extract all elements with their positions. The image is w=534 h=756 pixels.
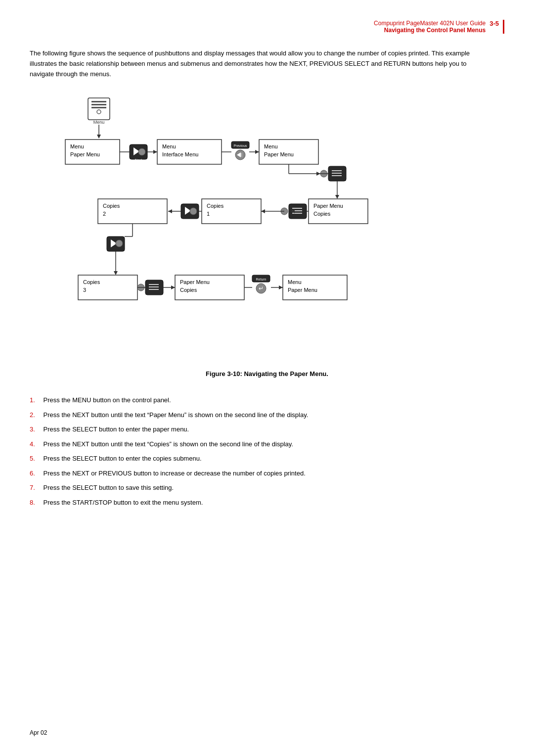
svg-text:Paper Menu: Paper Menu [288, 287, 317, 293]
figure-container: .box { fill: white; stroke: #333; stroke… [30, 93, 504, 387]
svg-text:Paper Menu: Paper Menu [264, 151, 294, 157]
svg-rect-3 [91, 107, 106, 108]
step-item-1: 1. Press the MENU button on the control … [30, 395, 504, 405]
step-text: Press the NEXT or PREVIOUS button to inc… [42, 469, 504, 478]
step-number: 6. [30, 469, 42, 478]
step-text: Press the NEXT button until the text “Co… [42, 439, 504, 449]
svg-text:Copies: Copies [180, 287, 197, 293]
svg-marker-17 [153, 150, 157, 154]
step-text: Press the SELECT button to enter the cop… [42, 454, 504, 464]
svg-text:Next: Next [186, 221, 193, 224]
svg-text:Menu: Menu [162, 143, 176, 149]
step-text: Press the NEXT button until the text “Pa… [42, 410, 504, 420]
svg-rect-2 [91, 104, 106, 105]
svg-marker-65 [168, 209, 172, 213]
step-item-8: 8. Press the START/STOP button to exit t… [30, 498, 504, 508]
svg-text:3: 3 [83, 287, 86, 293]
page-footer: Apr 02 [30, 729, 47, 736]
step-item-7: 7. Press the SELECT button to save this … [30, 483, 504, 493]
svg-marker-28 [255, 150, 259, 154]
header-page: 3-5 [490, 20, 499, 27]
header-text: Compuprint PageMaster 402N User Guide Na… [374, 20, 486, 34]
step-item-2: 2. Press the NEXT button until the text … [30, 410, 504, 420]
figure-caption: Figure 3-10: Navigating the Paper Menu. [206, 370, 328, 378]
step-text: Press the START/STOP button to exit the … [42, 498, 504, 508]
svg-text:Menu: Menu [264, 143, 278, 149]
step-number: 5. [30, 454, 42, 464]
svg-text:Previous: Previous [233, 144, 247, 147]
svg-point-4 [97, 110, 101, 114]
svg-rect-32 [328, 166, 346, 181]
navigation-diagram: .box { fill: white; stroke: #333; stroke… [44, 93, 490, 370]
svg-text:Paper Menu: Paper Menu [70, 151, 100, 157]
svg-text:Menu: Menu [70, 143, 84, 149]
step-item-5: 5. Press the SELECT button to enter the … [30, 454, 504, 464]
svg-text:↵: ↵ [259, 285, 264, 292]
svg-marker-42 [335, 195, 339, 199]
svg-text:Select: Select [293, 221, 303, 224]
svg-text:Menu: Menu [93, 120, 105, 125]
step-item-4: 4. Press the NEXT button until the text … [30, 439, 504, 449]
svg-point-13 [138, 148, 145, 155]
step-number: 4. [30, 439, 42, 449]
svg-rect-1 [91, 101, 106, 102]
steps-list: 1. Press the MENU button on the control … [30, 395, 504, 507]
svg-text:Paper Menu: Paper Menu [180, 279, 210, 285]
header-subtitle: Navigating the Control Panel Menus [374, 27, 486, 34]
step-item-6: 6. Press the NEXT or PREVIOUS button to … [30, 469, 504, 478]
page-header: Compuprint PageMaster 402N User Guide Na… [30, 20, 504, 34]
step-number: 1. [30, 395, 42, 405]
svg-text:Interface Menu: Interface Menu [162, 151, 198, 157]
svg-text:Menu: Menu [288, 279, 302, 285]
step-text: Press the SELECT button to save this set… [42, 483, 504, 493]
svg-text:Copies: Copies [207, 203, 224, 209]
step-text: Press the SELECT button to enter the pap… [42, 425, 504, 434]
svg-marker-7 [97, 135, 101, 139]
svg-point-71 [116, 240, 123, 247]
svg-text:Copies: Copies [313, 211, 331, 217]
svg-text:Copies: Copies [103, 203, 120, 209]
svg-text:Next: Next [135, 158, 142, 162]
svg-text:Return: Return [256, 278, 266, 281]
svg-marker-99 [279, 285, 283, 289]
footer-date: Apr 02 [30, 729, 47, 736]
step-number: 7. [30, 483, 42, 493]
header-title: Compuprint PageMaster 402N User Guide [374, 20, 486, 27]
step-number: 2. [30, 410, 42, 420]
svg-text:Select: Select [149, 297, 159, 300]
svg-text:2: 2 [103, 211, 106, 217]
svg-text:Copies: Copies [83, 279, 100, 285]
intro-paragraph: The following figure shows the sequence … [30, 48, 475, 79]
svg-marker-89 [171, 285, 175, 289]
svg-marker-58 [261, 209, 265, 213]
step-number: 8. [30, 498, 42, 508]
svg-marker-40 [316, 172, 320, 176]
step-item-3: 3. Press the SELECT button to enter the … [30, 425, 504, 434]
step-text: Press the MENU button on the control pan… [42, 395, 504, 405]
svg-marker-77 [114, 271, 118, 275]
svg-rect-81 [145, 280, 163, 295]
svg-text:Paper Menu: Paper Menu [313, 203, 343, 209]
svg-point-61 [190, 208, 197, 215]
step-number: 3. [30, 425, 42, 434]
svg-text:1: 1 [207, 211, 210, 217]
